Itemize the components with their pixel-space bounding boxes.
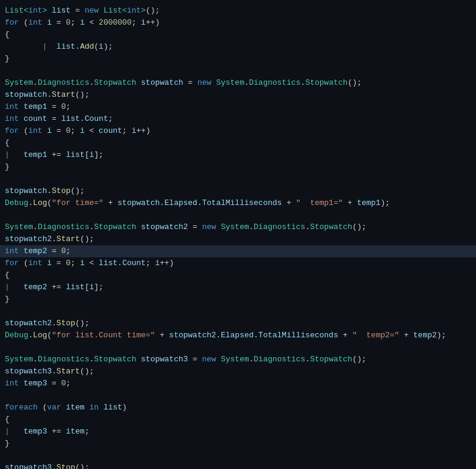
code-line-21: int temp2 = 0; xyxy=(0,245,476,257)
code-token: List< xyxy=(5,5,28,17)
code-line-36: | temp3 += item; xyxy=(0,426,476,438)
code-line-14: } xyxy=(0,161,476,173)
code-token: { xyxy=(5,29,10,41)
code-token: i xyxy=(80,17,85,29)
code-token xyxy=(42,17,47,29)
code-line-3: { xyxy=(0,29,476,41)
code-line-32: int temp3 = 0; xyxy=(0,378,476,390)
empty-line xyxy=(0,342,476,354)
empty-line xyxy=(0,390,476,402)
code-line-13: | temp1 += list[i]; xyxy=(0,149,476,161)
code-line-39: stopwatch3.Stop(); xyxy=(0,462,476,469)
code-line-17: Debug.Log("for time=" + stopwatch.Elapse… xyxy=(0,197,476,209)
code-line-30: System.Diagnostics.Stopwatch stopwatch3 … xyxy=(0,354,476,366)
code-line-11: for (int i = 0; i < count; i++) xyxy=(0,125,476,137)
code-line-23: { xyxy=(0,269,476,281)
code-token xyxy=(47,5,52,17)
code-token: System xyxy=(5,77,33,89)
code-line-10: int count = list.Count; xyxy=(0,113,476,125)
code-token: = xyxy=(52,17,66,29)
code-line-25: } xyxy=(0,293,476,305)
code-token: < xyxy=(122,5,127,17)
code-token: < xyxy=(85,17,99,29)
code-line-20: stopwatch2.Start(); xyxy=(0,233,476,245)
code-line-28: Debug.Log("for list.Count time=" + stopw… xyxy=(0,330,476,342)
code-token: Add xyxy=(80,41,94,53)
code-token: | xyxy=(5,41,57,53)
code-line-2: for (int i = 0; i < 2000000; i++) xyxy=(0,17,476,29)
empty-line xyxy=(0,305,476,317)
empty-line xyxy=(0,173,476,185)
code-token xyxy=(99,5,104,17)
code-line-24: | temp2 += list[i]; xyxy=(0,281,476,293)
code-token: i xyxy=(99,41,104,53)
empty-line xyxy=(0,450,476,462)
code-token: i xyxy=(141,17,146,29)
code-token: list xyxy=(52,5,70,17)
code-token: ++) xyxy=(146,17,159,29)
code-token: ( xyxy=(19,17,28,29)
code-token: int xyxy=(28,17,42,29)
code-token: ; xyxy=(70,17,80,29)
code-token: > xyxy=(42,5,47,17)
code-token: ); xyxy=(104,41,113,53)
code-token: > xyxy=(141,5,146,17)
empty-line xyxy=(0,209,476,221)
code-line-37: } xyxy=(0,438,476,450)
code-line-31: stopwatch3.Start(); xyxy=(0,366,476,378)
code-line-8: stopwatch.Start(); xyxy=(0,89,476,101)
code-line-9: int temp1 = 0; xyxy=(0,101,476,113)
code-token: i xyxy=(47,17,52,29)
code-token: for xyxy=(5,17,19,29)
code-token: int xyxy=(127,5,141,17)
code-line-7: System.Diagnostics.Stopwatch stopwatch =… xyxy=(0,77,476,89)
code-token: list xyxy=(57,41,75,53)
code-token: ( xyxy=(94,41,99,53)
code-token: 2000000 xyxy=(99,17,132,29)
code-token: List xyxy=(104,5,122,17)
code-token: new xyxy=(85,5,99,17)
code-line-35: { xyxy=(0,414,476,426)
code-line-12: { xyxy=(0,137,476,149)
code-token: . xyxy=(75,41,80,53)
code-token: (); xyxy=(146,5,159,17)
code-line-19: System.Diagnostics.Stopwatch stopwatch2 … xyxy=(0,221,476,233)
code-line-5: } xyxy=(0,53,476,65)
code-line-22: for (int i = 0; i < list.Count; i++) xyxy=(0,257,476,269)
code-line-34: foreach (var item in list) xyxy=(0,402,476,414)
code-token: 0 xyxy=(66,17,70,29)
code-line-4: | list.Add(i); xyxy=(0,41,476,53)
code-token: } xyxy=(5,53,10,65)
code-line-16: stopwatch.Stop(); xyxy=(0,185,476,197)
empty-line xyxy=(0,65,476,77)
code-editor: List<int> list = new List<int>(); for (i… xyxy=(0,0,476,469)
code-line-1: List<int> list = new List<int>(); xyxy=(0,5,476,17)
code-line-27: stopwatch2.Stop(); xyxy=(0,317,476,330)
code-token: ; xyxy=(132,17,141,29)
code-token: = xyxy=(70,5,84,17)
code-token: int xyxy=(28,5,42,17)
